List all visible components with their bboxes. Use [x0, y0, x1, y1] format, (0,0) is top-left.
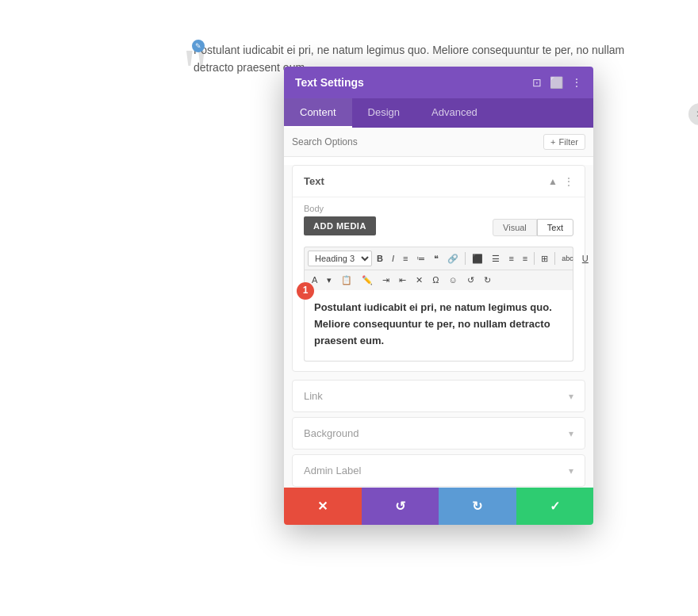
format-select-group: Heading 3 B I ≡ ≔ ❝ 🔗 ⬛ ☰ ≡ ≡ — [308, 251, 593, 266]
format-select[interactable]: Heading 3 — [308, 251, 372, 266]
body-label: Body — [304, 197, 573, 216]
save-button[interactable]: ✓ — [516, 488, 594, 525]
admin-label-section: Admin Label ▾ — [292, 454, 585, 487]
bottom-actions: ✕ ↺ ↻ ✓ — [284, 488, 593, 525]
blockquote-button[interactable]: ❝ — [430, 252, 443, 266]
cancel-button[interactable]: ✕ — [284, 488, 362, 525]
unordered-list-button[interactable]: ≡ — [399, 252, 412, 266]
add-media-button[interactable]: ADD MEDIA — [304, 216, 376, 235]
panel-header-icons: ⊡ ⬜ ⋮ — [532, 76, 582, 89]
background-section-header[interactable]: Background ▾ — [293, 418, 585, 449]
filter-label: Filter — [559, 137, 578, 147]
link-section-title: Link — [304, 390, 323, 402]
background-section-title: Background — [304, 427, 359, 439]
undo-button[interactable]: ↺ — [362, 488, 439, 525]
link-section: Link ▾ — [292, 380, 585, 412]
visual-toggle[interactable]: Visual — [493, 219, 537, 236]
tab-advanced[interactable]: Advanced — [416, 98, 493, 128]
underline-button[interactable]: U — [578, 252, 593, 266]
plus-icon: + — [550, 137, 555, 147]
close-button-2[interactable]: ✕ — [412, 274, 427, 287]
editor-toggle: Visual Text — [493, 219, 573, 236]
search-bar: + Filter — [284, 128, 593, 157]
link-chevron: ▾ — [569, 391, 573, 402]
outdent-button[interactable]: ⇤ — [395, 274, 410, 287]
edit-button[interactable]: ✏️ — [358, 274, 377, 287]
toolbar-sep-2 — [534, 252, 535, 265]
more-icon[interactable]: ⋮ — [571, 76, 582, 89]
text-toggle[interactable]: Text — [537, 219, 573, 236]
panel-body: Text ▲ ⋮ Body ADD MEDIA Visual Text — [284, 165, 593, 525]
step-indicator: 1 — [297, 282, 314, 300]
redo-toolbar-button[interactable]: ↻ — [480, 274, 495, 287]
edit-indicator[interactable] — [192, 40, 205, 52]
align-right-button[interactable]: ≡ — [504, 252, 517, 266]
toolbar-sep-3 — [554, 252, 555, 265]
abc-button[interactable]: abc — [558, 253, 577, 265]
link-button[interactable]: 🔗 — [443, 252, 462, 266]
panel-header: Text Settings ⊡ ⬜ ⋮ — [284, 67, 593, 98]
italic-button[interactable]: I — [388, 252, 398, 266]
text-section-body: Body ADD MEDIA Visual Text Heading 3 — [293, 197, 585, 371]
text-section-header[interactable]: Text ▲ ⋮ — [293, 166, 585, 197]
editor-toolbar-2: A ▾ 📋 ✏️ ⇥ ⇤ ✕ Ω ☺ ↺ ↻ — [304, 270, 573, 290]
align-justify-button[interactable]: ≡ — [519, 252, 531, 266]
editor-toolbar: Heading 3 B I ≡ ≔ ❝ 🔗 ⬛ ☰ ≡ ≡ — [304, 247, 573, 270]
text-section-title: Text — [304, 175, 324, 187]
dropdown-arrow[interactable]: ▾ — [323, 274, 336, 287]
text-section: Text ▲ ⋮ Body ADD MEDIA Visual Text — [292, 165, 585, 372]
toolbar-sep-1 — [465, 252, 466, 265]
tab-content[interactable]: Content — [284, 98, 352, 128]
background-section: Background ▾ — [292, 417, 585, 450]
bold-button[interactable]: B — [373, 252, 387, 266]
panel-title: Text Settings — [295, 76, 364, 89]
text-more-icon[interactable]: ⋮ — [564, 176, 573, 187]
background-chevron: ▾ — [569, 428, 573, 439]
filter-button[interactable]: + Filter — [543, 134, 585, 150]
align-center-button[interactable]: ☰ — [488, 252, 504, 266]
ordered-list-button[interactable]: ≔ — [412, 252, 429, 266]
editor-area[interactable]: 1 Postulant iudicabit ei pri, ne natum l… — [304, 290, 573, 362]
tab-design[interactable]: Design — [352, 98, 416, 128]
emoji-button[interactable]: ☺ — [445, 274, 462, 287]
undo-toolbar-button[interactable]: ↺ — [463, 274, 478, 287]
search-input[interactable] — [292, 136, 543, 147]
table-button[interactable]: ⊞ — [537, 252, 552, 266]
admin-label-title: Admin Label — [304, 465, 361, 476]
indent-button[interactable]: ⇥ — [378, 274, 393, 287]
paste-button[interactable]: 📋 — [337, 274, 356, 287]
expand-icon[interactable]: ⬜ — [550, 76, 563, 89]
text-collapse-icon[interactable]: ▲ — [548, 176, 558, 187]
admin-label-chevron: ▾ — [569, 465, 573, 476]
tabs-bar: Content Design Advanced — [284, 98, 593, 128]
responsive-icon[interactable]: ⊡ — [532, 76, 542, 89]
editor-text-content[interactable]: Postulant iudicabit ei pri, ne natum leg… — [314, 300, 563, 349]
admin-label-section-header[interactable]: Admin Label ▾ — [293, 455, 585, 486]
link-section-header[interactable]: Link ▾ — [293, 381, 585, 411]
special-char-button[interactable]: Ω — [428, 274, 443, 287]
redo-button[interactable]: ↻ — [439, 488, 516, 525]
align-left-button[interactable]: ⬛ — [468, 252, 487, 266]
settings-panel: Text Settings ⊡ ⬜ ⋮ Content Design Advan… — [284, 67, 593, 525]
